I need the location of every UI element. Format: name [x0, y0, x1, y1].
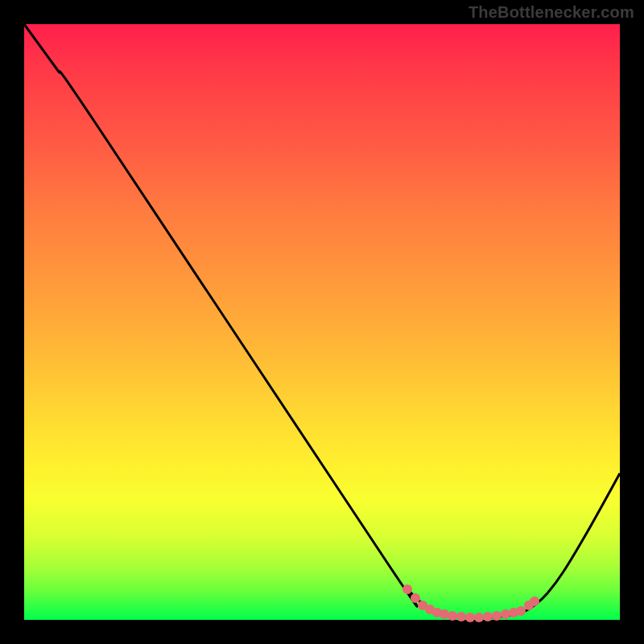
pink-dot — [440, 609, 449, 619]
outer-frame: TheBottlenecker.com — [0, 0, 644, 644]
pink-dot — [483, 612, 493, 621]
attribution-text: TheBottlenecker.com — [469, 3, 634, 22]
pink-dot — [501, 609, 510, 619]
pink-dot — [492, 611, 502, 621]
chart-plot-area — [24, 24, 620, 620]
pink-dot — [530, 597, 539, 606]
pink-dot — [411, 593, 420, 603]
pink-dot — [465, 613, 475, 622]
pink-dot — [402, 584, 412, 594]
pink-dots — [402, 584, 539, 622]
pink-dot — [456, 612, 466, 621]
pink-dot — [516, 606, 526, 616]
black-curve — [24, 24, 620, 617]
pink-dot — [474, 613, 484, 622]
pink-dot — [448, 611, 457, 621]
chart-svg — [24, 24, 620, 620]
